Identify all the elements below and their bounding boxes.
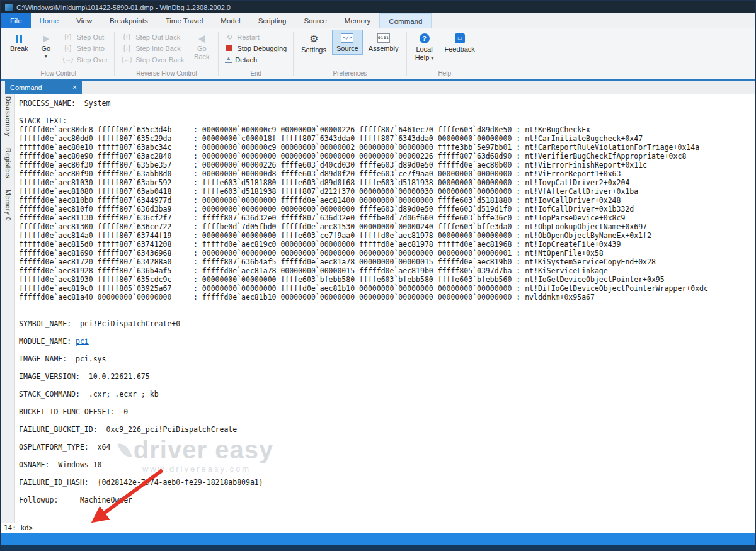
ribbon-group-flow-control: Break Go ▾ {↑} Step Out {↓} Step Into [4, 30, 113, 79]
tab-model[interactable]: Model [212, 13, 249, 28]
local-help-button[interactable]: ? Local Help ▾ [410, 30, 439, 63]
tab-time-travel[interactable]: Time Travel [157, 13, 212, 28]
group-separator [114, 32, 115, 76]
command-output-area: PROCESS_NAME: System STACK_TEXT: fffffd0… [15, 94, 755, 523]
restart-icon: ↻ [225, 33, 234, 42]
main-body: Disassembly Registers Memory 0 PROCESS_N… [1, 94, 755, 523]
windbg-window: C:\Windows\Minidump\101422-5890-01.dmp -… [0, 0, 756, 551]
tab-source[interactable]: Source [295, 13, 335, 28]
panel-tab-disassembly[interactable]: Disassembly [4, 96, 12, 137]
settings-label: Settings [301, 46, 326, 54]
ribbon-group-preferences: ⚙ Settings </> Source 0101 Assembly Pref… [295, 30, 404, 79]
step-over-back-icon: {←} [121, 56, 132, 63]
group-label-end: End [222, 69, 290, 79]
docked-panel-strip: Disassembly Registers Memory 0 [1, 94, 15, 523]
step-into-back-label: Step Into Back [135, 45, 181, 52]
break-button[interactable]: Break [6, 30, 33, 55]
tab-memory[interactable]: Memory [336, 13, 380, 28]
document-tab-bar: Command × [1, 79, 755, 94]
tab-scripting[interactable]: Scripting [249, 13, 295, 28]
windbg-app-icon [5, 4, 13, 11]
feedback-label: Feedback [445, 45, 475, 54]
step-out-back-button[interactable]: {↑} Step Out Back [118, 31, 187, 42]
settings-button[interactable]: ⚙ Settings [297, 30, 331, 56]
ribbon-group-end: ↻ Restart Stop Debugging ▲ Detach End [220, 30, 292, 79]
step-out-button[interactable]: {↑} Step Out [59, 31, 112, 42]
close-icon[interactable]: × [72, 84, 77, 91]
source-code-icon: </> [341, 33, 353, 43]
step-into-button[interactable]: {↓} Step Into [59, 43, 112, 54]
feedback-icon: ☺ [455, 33, 465, 43]
step-over-label: Step Over [77, 56, 108, 64]
command-window-tab[interactable]: Command × [5, 81, 82, 94]
chevron-down-icon: ▾ [45, 54, 47, 59]
step-over-icon: {→} [62, 56, 74, 63]
command-input[interactable] [35, 524, 755, 533]
panel-tab-registers[interactable]: Registers [4, 148, 12, 178]
output-text-before-link: PROCESS_NAME: System STACK_TEXT: fffffd0… [19, 99, 708, 346]
module-name-link[interactable]: pci [76, 337, 89, 346]
assembly-mode-button[interactable]: 0101 Assembly [364, 30, 403, 55]
group-label-flow-control: Flow Control [6, 69, 111, 79]
step-into-icon: {↓} [62, 45, 74, 52]
go-button[interactable]: Go ▾ [34, 30, 58, 61]
output-text-after: OSPLATFORM_TYPE: x64 OSNAME: Windows 10 … [19, 443, 263, 513]
pause-icon [16, 35, 22, 43]
command-output: PROCESS_NAME: System STACK_TEXT: fffffd0… [15, 94, 755, 513]
feedback-button[interactable]: ☺ Feedback [440, 30, 479, 55]
command-tab-label: Command [10, 84, 42, 91]
stop-icon [226, 45, 232, 51]
tab-file[interactable]: File [1, 13, 31, 28]
ribbon-group-reverse-flow-control: {↑} Step Out Back {↓} Step Into Back {←}… [116, 30, 217, 79]
go-back-label: Go Back [193, 45, 210, 60]
assembly-mode-label: Assembly [369, 45, 399, 53]
step-over-back-button[interactable]: {←} Step Over Back [118, 54, 187, 65]
tab-view[interactable]: View [67, 13, 101, 28]
kd-prompt: 14: kd> [4, 524, 33, 532]
window-bottom-edge [1, 545, 755, 550]
play-back-icon [198, 35, 205, 43]
step-into-back-icon: {↓} [121, 45, 132, 52]
tab-home[interactable]: Home [31, 13, 68, 28]
group-separator [406, 32, 407, 76]
source-mode-button[interactable]: </> Source [332, 30, 363, 55]
step-over-button[interactable]: {→} Step Over [59, 54, 112, 65]
go-back-button[interactable]: Go Back [188, 30, 215, 62]
question-mark-icon: ? [420, 33, 430, 43]
step-over-back-label: Step Over Back [135, 56, 184, 64]
group-label-reverse-flow-control: Reverse Flow Control [118, 69, 215, 79]
assembly-icon: 0101 [377, 33, 390, 43]
go-label: Go [41, 45, 50, 53]
eject-icon: ▲ [225, 56, 232, 63]
window-title: C:\Windows\Minidump\101422-5890-01.dmp -… [16, 4, 231, 11]
group-separator [293, 32, 294, 76]
tab-breakpoints[interactable]: Breakpoints [101, 13, 157, 28]
step-into-back-button[interactable]: {↓} Step Into Back [118, 43, 187, 54]
command-input-row: 14: kd> [1, 523, 755, 533]
play-icon [43, 35, 49, 43]
stop-debugging-label: Stop Debugging [237, 45, 287, 52]
restart-label: Restart [237, 33, 259, 41]
panel-tab-memory-0[interactable]: Memory 0 [4, 190, 12, 221]
break-label: Break [10, 45, 28, 53]
step-out-back-label: Step Out Back [135, 33, 180, 41]
detach-label: Detach [235, 56, 257, 64]
group-label-help: Help [410, 69, 479, 79]
text-cursor [238, 425, 238, 432]
ribbon-group-help: ? Local Help ▾ ☺ Feedback Help [408, 30, 481, 79]
detach-button[interactable]: ▲ Detach [222, 54, 290, 65]
status-bar [1, 533, 755, 545]
step-out-back-icon: {↑} [121, 33, 132, 40]
tab-command[interactable]: Command [379, 13, 432, 28]
local-help-label: Local Help ▾ [415, 45, 435, 61]
source-mode-label: Source [336, 45, 358, 53]
stop-debugging-button[interactable]: Stop Debugging [222, 43, 290, 54]
restart-button[interactable]: ↻ Restart [222, 31, 290, 42]
output-text-middle: IMAGE_NAME: pci.sys IMAGE_VERSION: 10.0.… [19, 355, 237, 434]
step-out-icon: {↑} [62, 33, 74, 40]
ribbon-tab-bar: File Home View Breakpoints Time Travel M… [1, 13, 755, 28]
title-bar: C:\Windows\Minidump\101422-5890-01.dmp -… [1, 1, 755, 13]
gear-icon: ⚙ [309, 34, 318, 44]
ribbon: Break Go ▾ {↑} Step Out {↓} Step Into [1, 28, 755, 79]
chevron-down-icon: ▾ [431, 55, 433, 61]
